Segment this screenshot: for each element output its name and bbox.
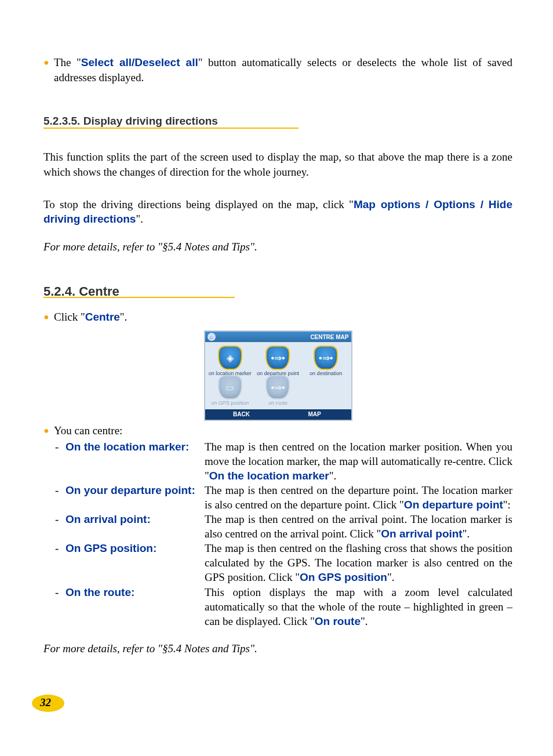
option-desc: The map is then centred on the location … bbox=[205, 439, 512, 483]
term-select-all: Select all/Deselect all bbox=[81, 56, 198, 68]
bullet-select-all: • The "Select all/Deselect all" button a… bbox=[43, 55, 512, 85]
dash: - bbox=[43, 585, 66, 628]
bullet-icon: • bbox=[43, 55, 54, 85]
cell-empty bbox=[302, 376, 350, 406]
text: To stop the driving directions being dis… bbox=[43, 198, 354, 210]
centre-options-list: - On the location marker: The map is the… bbox=[43, 439, 512, 628]
term-centre: Centre bbox=[85, 311, 120, 323]
dash: - bbox=[43, 512, 66, 541]
cell-route: •⇒•on route bbox=[254, 376, 302, 406]
option-desc: This option displays the map with a zoom… bbox=[205, 585, 512, 628]
back-button: BACK bbox=[205, 409, 278, 420]
cell-location: ◈on location marker bbox=[206, 347, 254, 376]
route-icon: •⇒• bbox=[267, 376, 289, 398]
option-label: On the location marker: bbox=[66, 441, 189, 453]
page-content: • The "Select all/Deselect all" button a… bbox=[43, 55, 512, 656]
target-icon: ◈ bbox=[219, 347, 241, 369]
dash: - bbox=[43, 439, 66, 483]
text: ": bbox=[503, 499, 511, 511]
device-grid: ◈on location marker •⇒•on departure poin… bbox=[205, 342, 351, 409]
text: ". bbox=[361, 615, 368, 627]
page-number: 32 bbox=[40, 696, 51, 709]
option-desc: The map is then centred on the flashing … bbox=[205, 541, 512, 584]
centre-map-screenshot: ⌂ CENTRE MAP ◈on location marker •⇒•on d… bbox=[43, 330, 512, 421]
bullet-you-can-centre: • You can centre: bbox=[43, 423, 512, 438]
centre-option-1: - On your departure point: The map is th… bbox=[43, 483, 512, 512]
cell-label: on location marker bbox=[206, 370, 254, 376]
text: ". bbox=[329, 470, 337, 482]
centre-option-3: - On GPS position: The map is then centr… bbox=[43, 541, 512, 584]
text: ". bbox=[463, 528, 470, 540]
para-split: This function splits the part of the scr… bbox=[43, 150, 512, 179]
bullet-text: You can centre: bbox=[54, 423, 512, 438]
option-label: On the route: bbox=[66, 586, 134, 598]
cell-label: on route bbox=[254, 400, 302, 406]
term: On route bbox=[315, 615, 361, 627]
map-button: MAP bbox=[278, 409, 351, 420]
bullet-icon: • bbox=[43, 423, 54, 438]
heading-centre: 5.2.4. Centre bbox=[43, 284, 512, 299]
home-icon: ⌂ bbox=[208, 333, 216, 341]
para-details-2: For more details, refer to "§5.4 Notes a… bbox=[43, 641, 512, 656]
option-desc: The map is then centred on the departure… bbox=[205, 483, 512, 512]
bullet-icon: • bbox=[43, 310, 54, 325]
option-label: On arrival point: bbox=[66, 513, 151, 525]
text: ". bbox=[387, 571, 395, 583]
text: ". bbox=[136, 213, 143, 225]
cell-departure: •⇒•on departure point bbox=[254, 347, 302, 376]
heading-underline bbox=[43, 128, 299, 129]
heading-text: 5.2.3.5. Display driving directions bbox=[43, 115, 218, 127]
text: Click " bbox=[54, 311, 85, 323]
arrow-right-icon: •⇒• bbox=[315, 347, 337, 369]
heading-display-directions: 5.2.3.5. Display driving directions bbox=[43, 115, 512, 128]
page-number-badge: 32 bbox=[32, 695, 64, 712]
text: The " bbox=[54, 56, 81, 68]
para-stop: To stop the driving directions being dis… bbox=[43, 197, 512, 227]
device-frame: ⌂ CENTRE MAP ◈on location marker •⇒•on d… bbox=[204, 330, 352, 421]
bullet-text: Click "Centre". bbox=[54, 310, 512, 325]
cell-label: on GPS position bbox=[206, 400, 254, 406]
device-topbar: ⌂ CENTRE MAP bbox=[205, 332, 351, 342]
term: On departure point bbox=[404, 499, 503, 511]
device-botbar: BACK MAP bbox=[205, 409, 351, 420]
option-label: On your departure point: bbox=[66, 484, 195, 496]
term: On the location marker bbox=[209, 470, 329, 482]
cell-label: on destination bbox=[302, 370, 350, 376]
centre-option-4: - On the route: This option displays the… bbox=[43, 585, 512, 628]
option-label: On GPS position: bbox=[66, 542, 157, 554]
device-title: CENTRE MAP bbox=[310, 334, 348, 340]
centre-option-2: - On arrival point: The map is then cent… bbox=[43, 512, 512, 541]
gps-icon: ▭ bbox=[219, 376, 241, 398]
arrow-right-icon: •⇒• bbox=[267, 347, 289, 369]
term: On GPS position bbox=[300, 571, 387, 583]
text: ". bbox=[120, 311, 128, 323]
heading-text: 5.2.4. Centre bbox=[43, 284, 119, 299]
bullet-text: The "Select all/Deselect all" button aut… bbox=[54, 55, 512, 85]
dash: - bbox=[43, 541, 66, 584]
cell-gps: ▭on GPS position bbox=[206, 376, 254, 406]
dash: - bbox=[43, 483, 66, 512]
option-desc: The map is then centred on the arrival p… bbox=[205, 512, 512, 541]
cell-destination: •⇒•on destination bbox=[302, 347, 350, 376]
para-details-1: For more details, refer to "§5.4 Notes a… bbox=[43, 239, 512, 255]
cell-label: on departure point bbox=[254, 370, 302, 376]
term: On arrival point bbox=[381, 528, 462, 540]
centre-option-0: - On the location marker: The map is the… bbox=[43, 439, 512, 483]
bullet-click-centre: • Click "Centre". bbox=[43, 310, 512, 325]
